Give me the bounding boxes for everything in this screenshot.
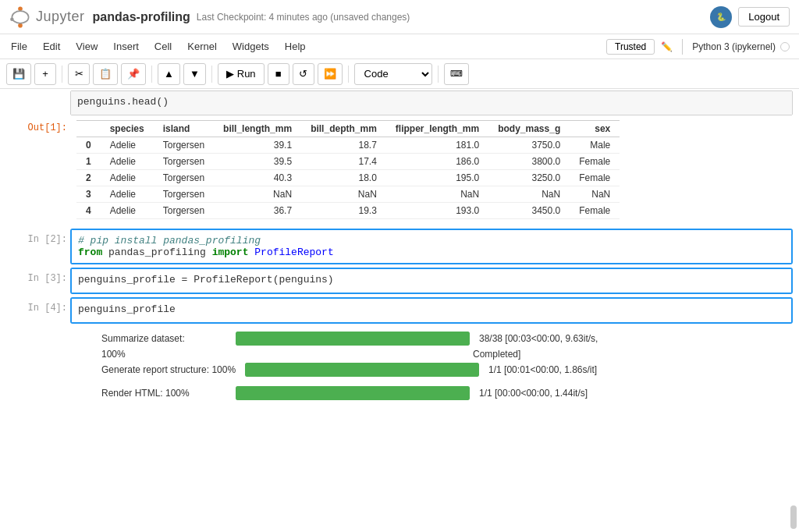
table-cell: 19.3: [301, 203, 386, 219]
top-bar-right: 🐍 Logout: [710, 6, 790, 28]
table-cell: 36.7: [214, 203, 301, 219]
logout-button[interactable]: Logout: [738, 7, 790, 27]
scrollbar[interactable]: [787, 89, 799, 532]
table-cell: NaN: [301, 186, 386, 203]
progress-info-3: 1/1 [00:00<00:00, 1.44it/s]: [479, 388, 588, 399]
menu-cell[interactable]: Cell: [153, 37, 173, 55]
in3-label: In [3]:: [28, 273, 67, 284]
out1-label: Out[1]:: [28, 122, 67, 133]
table-cell: 3: [76, 186, 101, 203]
col-header-flipper-length: flipper_length_mm: [386, 121, 488, 137]
separator-3: [211, 66, 212, 83]
table-cell: 3800.0: [488, 154, 570, 170]
table-cell: Torgersen: [154, 186, 214, 203]
menu-view[interactable]: View: [74, 37, 99, 55]
cell-4-content[interactable]: penguins_profile: [70, 297, 793, 324]
output-1-header-cell: penguins.head(): [0, 89, 799, 115]
progress-label-1: Summarize dataset:: [101, 333, 226, 344]
table-row: 0AdelieTorgersen39.118.7181.03750.0Male: [76, 137, 620, 154]
table-cell: Torgersen: [154, 203, 214, 219]
table-cell: Torgersen: [154, 137, 214, 154]
cell-2: In [2]: # pip install pandas_profiling f…: [0, 227, 799, 266]
edit-icon[interactable]: ✏️: [661, 41, 673, 52]
output-table-area: species island bill_length_mm bill_depth…: [70, 117, 793, 222]
python-logo-icon: 🐍: [710, 6, 732, 28]
progress-label-2: Generate report structure: 100%: [101, 364, 236, 375]
table-cell: NaN: [386, 186, 488, 203]
menu-kernel[interactable]: Kernel: [186, 37, 218, 55]
table-cell: 18.7: [301, 137, 386, 154]
table-cell: 3750.0: [488, 137, 570, 154]
copy-button[interactable]: 📋: [93, 63, 118, 85]
svg-point-0: [18, 6, 23, 11]
run-button[interactable]: ▶ Run: [218, 63, 265, 85]
table-header-row: species island bill_length_mm bill_depth…: [76, 121, 620, 137]
menu-widgets[interactable]: Widgets: [231, 37, 271, 55]
progress-info-2: 1/1 [00:01<00:00, 1.86s/it]: [488, 364, 597, 375]
separator-1: [62, 66, 62, 83]
cut-button[interactable]: ✂: [68, 63, 90, 85]
progress-row-1-inner: Summarize dataset: 38/38 [00:03<00:00, 9…: [101, 332, 783, 346]
progress-bar-3: [236, 386, 470, 400]
col-header-sex: sex: [570, 121, 620, 137]
progress-bar-2: [245, 363, 479, 377]
col-header-body-mass: body_mass_g: [488, 121, 570, 137]
run-label: Run: [237, 68, 256, 80]
cell-type-select[interactable]: CodeMarkdownRaw: [354, 63, 432, 85]
output-1-cell: Out[1]: species island bill_length_mm bi…: [0, 115, 799, 224]
menu-file[interactable]: File: [9, 37, 29, 55]
scroll-thumb: [790, 505, 797, 529]
table-cell: NaN: [214, 186, 301, 203]
checkpoint-info: Last Checkpoint: 4 minutes ago (unsaved …: [197, 12, 710, 23]
restart-run-button[interactable]: ⏩: [318, 63, 343, 85]
table-row: 3AdelieTorgersenNaNNaNNaNNaNNaN: [76, 186, 620, 203]
menu-bar-right: Trusted ✏️ Python 3 (ipykernel): [606, 39, 790, 55]
kernel-info: Python 3 (ipykernel): [692, 41, 790, 52]
table-cell: Torgersen: [154, 170, 214, 186]
cell-4-code[interactable]: penguins_profile: [72, 299, 791, 322]
out1-content: species island bill_length_mm bill_depth…: [70, 117, 793, 222]
svg-point-3: [12, 11, 28, 23]
col-header-island: island: [154, 121, 214, 137]
paste-button[interactable]: 📌: [121, 63, 146, 85]
progress-fill-2: [245, 363, 479, 377]
table-cell: Adelie: [101, 170, 154, 186]
separator: [682, 39, 683, 55]
run-triangle-icon: ▶: [226, 68, 234, 80]
table-cell: NaN: [488, 186, 570, 203]
move-down-button[interactable]: ▼: [183, 63, 206, 85]
table-cell: 3450.0: [488, 203, 570, 219]
cell-2-code[interactable]: # pip install pandas_profiling from pand…: [72, 230, 791, 263]
add-cell-button[interactable]: +: [34, 63, 56, 85]
table-cell: 40.3: [214, 170, 301, 186]
notebook-title[interactable]: pandas-profiling: [93, 10, 190, 24]
table-cell: Adelie: [101, 203, 154, 219]
trusted-button[interactable]: Trusted: [606, 39, 655, 55]
menu-bar: File Edit View Insert Cell Kernel Widget…: [0, 34, 799, 59]
table-row: 1AdelieTorgersen39.517.4186.03800.0Femal…: [76, 154, 620, 170]
cell-3-code[interactable]: penguins_profile = ProfileReport(penguin…: [72, 269, 791, 293]
menu-help[interactable]: Help: [283, 37, 307, 55]
table-cell: NaN: [570, 186, 620, 203]
data-table: species island bill_length_mm bill_depth…: [76, 120, 620, 219]
table-cell: Adelie: [101, 137, 154, 154]
menu-insert[interactable]: Insert: [112, 37, 140, 55]
move-up-button[interactable]: ▲: [158, 63, 180, 85]
progress-label-3: Render HTML: 100%: [101, 388, 226, 399]
table-cell: Female: [570, 203, 620, 219]
table-cell: 18.0: [301, 170, 386, 186]
cell-2-content[interactable]: # pip install pandas_profiling from pand…: [70, 229, 793, 264]
toolbar: 💾 + ✂ 📋 📌 ▲ ▼ ▶ Run ■ ↺ ⏩ CodeMarkdownRa…: [0, 59, 799, 89]
stop-button[interactable]: ■: [268, 63, 289, 85]
save-button[interactable]: 💾: [6, 63, 31, 85]
head-code-cell[interactable]: penguins.head(): [70, 90, 793, 115]
in2-label: In [2]:: [28, 234, 67, 245]
cell-3-content[interactable]: penguins_profile = ProfileReport(penguin…: [70, 268, 793, 294]
menu-edit[interactable]: Edit: [41, 37, 62, 55]
keyboard-shortcut-button[interactable]: ⌨: [444, 63, 469, 85]
col-header-species: species: [101, 121, 154, 137]
cell-2-line1: # pip install pandas_profiling: [78, 235, 785, 246]
cell-3: In [3]: penguins_profile = ProfileReport…: [0, 266, 799, 296]
restart-button[interactable]: ↺: [293, 63, 314, 85]
table-cell: 193.0: [386, 203, 488, 219]
